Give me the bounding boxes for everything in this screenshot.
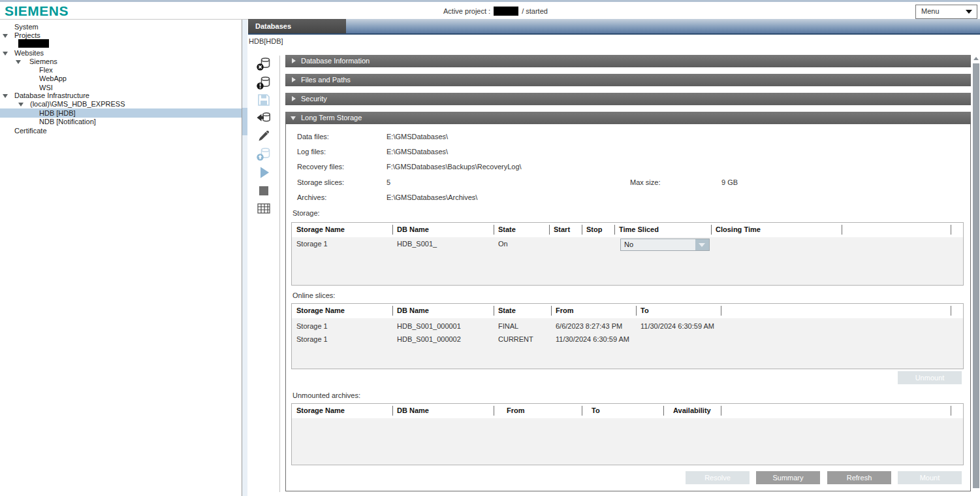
- col-from[interactable]: From: [551, 306, 574, 314]
- database-warning-icon[interactable]: [256, 75, 272, 91]
- col-time-sliced[interactable]: Time Sliced: [614, 225, 659, 233]
- unmount-button[interactable]: Unmount: [898, 371, 962, 384]
- expand-right-icon: [292, 96, 296, 101]
- col-db-name[interactable]: DB Name: [392, 306, 429, 314]
- col-db-name[interactable]: DB Name: [392, 225, 429, 233]
- start-play-icon[interactable]: [256, 165, 272, 180]
- table-row[interactable]: Storage 1 HDB_S001_000002 CURRENT 11/30/…: [292, 333, 963, 346]
- tab-databases[interactable]: Databases: [248, 19, 346, 33]
- expander-icon[interactable]: [18, 103, 24, 107]
- recovery-files-label: Recovery files:: [297, 163, 344, 171]
- redacted-tree-label: [18, 39, 49, 48]
- active-project-state: / started: [522, 7, 548, 15]
- active-project-label: Active project :: [443, 7, 490, 15]
- time-sliced-dropdown[interactable]: No: [620, 239, 710, 251]
- resolve-button[interactable]: Resolve: [686, 471, 750, 484]
- col-storage-name[interactable]: Storage Name: [292, 306, 345, 314]
- restore-database-icon[interactable]: [256, 110, 272, 125]
- data-files-value: E:\GMSDatabases\: [387, 133, 448, 141]
- storage-table-body: Storage 1 HDB_S001_ On No: [292, 237, 963, 285]
- page-title: HDB[HDB]: [249, 37, 283, 45]
- col-state[interactable]: State: [494, 225, 516, 233]
- tree-scrollbar-thumb[interactable]: [242, 108, 247, 135]
- table-grid-icon[interactable]: [256, 201, 272, 216]
- summary-button[interactable]: Summary: [756, 471, 820, 484]
- mount-button[interactable]: Mount: [898, 471, 962, 484]
- unmounted-archives-body: [292, 418, 963, 465]
- chevron-down-icon: [699, 243, 705, 247]
- log-files-value: E:\GMSDatabases\: [387, 148, 448, 156]
- col-db-name[interactable]: DB Name: [392, 406, 429, 414]
- tree-item-ndb[interactable]: NDB [Notification]: [0, 118, 242, 127]
- table-row[interactable]: Storage 1 HDB_S001_ On No: [292, 237, 963, 252]
- redacted-project-name: [494, 7, 518, 16]
- tree-item-redacted-project[interactable]: [0, 39, 242, 48]
- toolbar-separator: [279, 56, 280, 492]
- delete-database-icon[interactable]: [256, 56, 272, 72]
- section-files-and-paths[interactable]: Files and Paths: [285, 74, 971, 86]
- online-slices-label: Online slices:: [292, 291, 335, 299]
- col-storage-name[interactable]: Storage Name: [292, 225, 345, 233]
- online-slices-header: Storage Name DB Name State From To: [292, 304, 963, 319]
- online-slices-table: Storage Name DB Name State From To Stora…: [291, 303, 964, 369]
- refresh-button[interactable]: Refresh: [827, 471, 891, 484]
- tree-item-system[interactable]: System: [0, 23, 242, 32]
- section-security[interactable]: Security: [285, 93, 971, 105]
- log-files-label: Log files:: [297, 148, 326, 156]
- max-size-label: Max size:: [630, 178, 660, 186]
- col-availability[interactable]: Availability: [669, 406, 711, 414]
- tree-item-database-infrastructure[interactable]: Database Infrastructure: [0, 91, 242, 101]
- col-storage-name[interactable]: Storage Name: [292, 406, 345, 414]
- app-header: SIEMENS Active project : / started Menu: [0, 2, 980, 20]
- main-scrollbar-thumb[interactable]: [973, 63, 979, 488]
- scroll-up-icon[interactable]: [973, 57, 979, 60]
- archives-value: E:\GMSDatabases\Archives\: [387, 193, 477, 201]
- storage-table: Storage Name DB Name State Start Stop Ti…: [291, 222, 964, 286]
- tree-scrollbar[interactable]: [242, 20, 247, 496]
- tree-item-webapp[interactable]: WebApp: [0, 74, 242, 84]
- menu-label: Menu: [921, 7, 940, 15]
- expander-icon[interactable]: [3, 34, 8, 38]
- section-database-information[interactable]: Database Information: [285, 55, 971, 67]
- save-icon: [256, 92, 272, 108]
- main-scrollbar[interactable]: [972, 56, 980, 496]
- col-to[interactable]: To: [636, 306, 649, 314]
- section-long-term-storage[interactable]: Long Term Storage: [285, 112, 971, 124]
- menu-dropdown[interactable]: Menu: [915, 5, 977, 19]
- tree-item-certificate[interactable]: Certificate: [0, 127, 242, 136]
- archives-label: Archives:: [297, 193, 326, 201]
- tree-item-gms-hdb-express[interactable]: (local)\GMS_HDB_EXPRESS: [0, 100, 242, 109]
- storage-slices-value: 5: [387, 178, 390, 186]
- expand-right-icon: [292, 58, 296, 63]
- edit-pen-icon[interactable]: [256, 128, 272, 144]
- data-files-label: Data files:: [297, 133, 329, 141]
- expander-icon[interactable]: [3, 52, 8, 56]
- col-stop[interactable]: Stop: [582, 225, 602, 233]
- unmounted-archives-label: Unmounted archives:: [292, 391, 360, 399]
- col-to[interactable]: To: [587, 406, 600, 414]
- max-size-value: 9 GB: [721, 178, 738, 186]
- tree-item-siemens[interactable]: Siemens: [0, 58, 242, 67]
- storage-table-header: Storage Name DB Name State Start Stop Ti…: [292, 223, 963, 238]
- navigation-tree: System Projects Websites Siemens Flex We…: [0, 20, 242, 496]
- collapse-down-icon: [291, 116, 296, 120]
- table-row[interactable]: Storage 1 HDB_S001_000001 FINAL 6/6/2023…: [292, 320, 963, 333]
- recovery-files-value: F:\GMSDatabases\Backups\RecoveryLog\: [387, 163, 522, 171]
- tree-item-hdb-selected[interactable]: HDB [HDB]: [0, 108, 242, 118]
- col-from[interactable]: From: [502, 406, 525, 414]
- col-state[interactable]: State: [494, 306, 516, 314]
- expand-right-icon: [292, 77, 296, 82]
- tree-item-websites[interactable]: Websites: [0, 49, 242, 58]
- unmounted-archives-header: Storage Name DB Name From To Availabilit…: [292, 404, 963, 419]
- expander-icon[interactable]: [16, 60, 21, 64]
- dropdown-arrow-button[interactable]: [695, 239, 709, 250]
- upload-database-icon: [256, 146, 272, 162]
- chevron-down-icon: [966, 10, 972, 14]
- col-start[interactable]: Start: [549, 225, 570, 233]
- expander-icon[interactable]: [3, 94, 8, 98]
- storage-table-label: Storage:: [292, 209, 320, 217]
- col-closing-time[interactable]: Closing Time: [711, 225, 761, 233]
- stop-icon[interactable]: [256, 183, 272, 199]
- unmounted-archives-table: Storage Name DB Name From To Availabilit…: [291, 403, 964, 465]
- tree-item-flex[interactable]: Flex: [0, 66, 242, 75]
